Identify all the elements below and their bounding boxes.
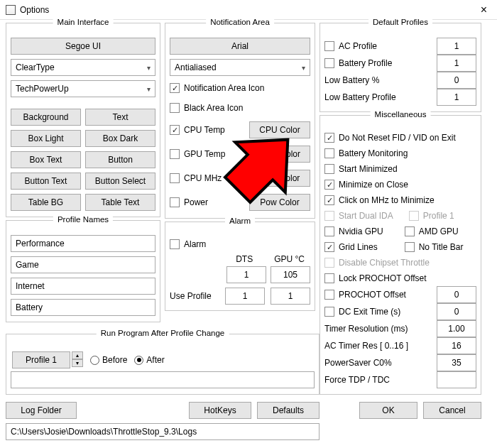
alarm-title: Alarm (225, 217, 255, 225)
gpu-temp-label: GPU Temp (184, 149, 245, 159)
run-title: Run Program After Profile Change (97, 329, 229, 337)
profile1-checkbox (409, 211, 419, 221)
render-combo-value: ClearType (16, 62, 55, 72)
startmin-checkbox[interactable] (324, 164, 334, 174)
aa-combo[interactable]: Antialiased ▾ (170, 59, 310, 76)
box-light-button[interactable]: Box Light (11, 130, 81, 147)
notitle-checkbox[interactable] (405, 242, 415, 252)
gpu-temp-checkbox[interactable] (170, 149, 180, 159)
misc-group: Miscellaneous ✓Do Not Reset FID / VID on… (320, 115, 481, 395)
gpu-color-button[interactable]: GPU Color (249, 146, 310, 163)
cancel-button[interactable]: Cancel (423, 402, 481, 419)
clickmhz-checkbox[interactable]: ✓ (324, 195, 334, 205)
battery-profile-input[interactable]: 1 (437, 55, 476, 72)
dual-ida-checkbox (324, 211, 334, 221)
ac-profile-checkbox[interactable] (324, 41, 334, 51)
spin-down-icon[interactable]: ▾ (72, 359, 83, 367)
main-interface-group: Main Interface Segoe UI ClearType ▾ Tech… (6, 23, 160, 217)
profile-select-button[interactable]: Profile 1 (12, 351, 70, 368)
profile-name-input[interactable]: Internet (11, 278, 155, 295)
before-radio[interactable]: Before (90, 355, 127, 365)
background-button[interactable]: Background (11, 109, 81, 126)
noreset-checkbox[interactable]: ✓ (324, 133, 334, 143)
batmon-checkbox[interactable] (324, 148, 334, 158)
alarm-checkbox[interactable] (170, 239, 180, 249)
prochot-input[interactable]: 0 (437, 286, 476, 303)
text-button[interactable]: Text (85, 109, 155, 126)
lock-prochot-label: Lock PROCHOT Offset (339, 273, 427, 283)
button-text-button[interactable]: Button Text (11, 173, 81, 190)
theme-combo-value: TechPowerUp (16, 84, 69, 94)
lock-prochot-checkbox[interactable] (324, 273, 334, 283)
ac-timer-input[interactable]: 16 (437, 337, 476, 354)
ok-button[interactable]: OK (359, 402, 417, 419)
profile-name-input[interactable]: Performance (11, 235, 155, 252)
dcexit-input[interactable]: 0 (437, 303, 476, 320)
button-select-button[interactable]: Button Select (85, 173, 155, 190)
low-battery-pct-label: Low Battery % (324, 75, 432, 85)
grid-label: Grid Lines (339, 242, 378, 252)
table-text-button[interactable]: Table Text (85, 194, 155, 211)
pow-color-button[interactable]: Pow Color (249, 194, 310, 211)
minclose-checkbox[interactable]: ✓ (324, 180, 334, 190)
low-battery-profile-label: Low Battery Profile (324, 92, 432, 102)
hotkeys-button[interactable]: HotKeys (189, 402, 251, 419)
theme-combo[interactable]: TechPowerUp ▾ (11, 80, 155, 97)
profile-name-input[interactable]: Game (11, 256, 155, 273)
render-combo[interactable]: ClearType ▾ (11, 59, 155, 76)
powersaver-input[interactable]: 35 (437, 354, 476, 371)
run-path-input[interactable] (11, 371, 315, 388)
nvidia-checkbox[interactable] (324, 226, 334, 236)
default-profiles-title: Default Profiles (368, 18, 432, 26)
notitle-label: No Title Bar (419, 242, 464, 252)
log-path-display[interactable]: C:\Users\Josie\Downloads\ThrottleStop_9.… (6, 423, 320, 440)
timer-res-input[interactable]: 1.00 (437, 320, 476, 337)
profile-name-input[interactable]: Battery (11, 299, 155, 316)
dts-input[interactable]: 1 (226, 266, 266, 283)
amd-checkbox[interactable] (405, 226, 415, 236)
after-label: After (146, 355, 164, 365)
window-title: Options (20, 5, 476, 15)
chevron-down-icon: ▾ (147, 64, 151, 72)
battery-profile-checkbox[interactable] (324, 58, 334, 68)
prochot-checkbox[interactable] (324, 290, 334, 300)
low-battery-pct-input[interactable]: 0 (437, 72, 476, 89)
cpu-mhz-label: CPU MHz (184, 173, 245, 183)
table-bg-button[interactable]: Table BG (11, 194, 81, 211)
button-button[interactable]: Button (85, 151, 155, 168)
gpu-input[interactable]: 105 (271, 266, 310, 283)
black-icon-checkbox[interactable] (170, 103, 180, 113)
font-button[interactable]: Segoe UI (11, 38, 155, 55)
cpu-color-button[interactable]: CPU Color (249, 121, 310, 138)
chipset-label: Disable Chipset Throttle (339, 258, 430, 268)
amd-label: AMD GPU (419, 226, 459, 236)
titlebar: Options × (0, 0, 497, 20)
spin-up-icon[interactable]: ▴ (72, 351, 83, 359)
forcetdp-input[interactable] (437, 371, 476, 388)
notif-icon-checkbox[interactable]: ✓ (170, 83, 180, 93)
mhz-color-button[interactable]: MHz Color (249, 170, 310, 187)
close-icon[interactable]: × (476, 4, 491, 16)
use-profile-label: Use Profile (170, 291, 219, 301)
alarm-label: Alarm (184, 239, 206, 249)
use-profile2-input[interactable]: 1 (271, 288, 310, 305)
cpu-mhz-checkbox[interactable] (170, 173, 180, 183)
power-checkbox[interactable] (170, 197, 180, 207)
cpu-temp-checkbox[interactable]: ✓ (170, 125, 180, 135)
ac-profile-input[interactable]: 1 (437, 38, 476, 55)
dcexit-checkbox[interactable] (324, 307, 334, 317)
ac-timer-label: AC Timer Res [ 0..16 ] (324, 341, 432, 351)
power-label: Power (184, 197, 245, 207)
alarm-group: Alarm Alarm DTS GPU °C 1 105 Use Profile… (165, 222, 315, 311)
low-battery-profile-input[interactable]: 1 (437, 89, 476, 106)
minclose-label: Minimize on Close (339, 180, 408, 190)
defaults-button[interactable]: Defaults (257, 402, 320, 419)
after-radio[interactable]: After (134, 355, 164, 365)
use-profile1-input[interactable]: 1 (225, 288, 265, 305)
box-text-button[interactable]: Box Text (11, 151, 81, 168)
notif-font-button[interactable]: Arial (170, 38, 310, 55)
box-dark-button[interactable]: Box Dark (85, 130, 155, 147)
prochot-label: PROCHOT Offset (339, 290, 432, 300)
grid-checkbox[interactable]: ✓ (324, 242, 334, 252)
log-folder-button[interactable]: Log Folder (6, 402, 77, 419)
